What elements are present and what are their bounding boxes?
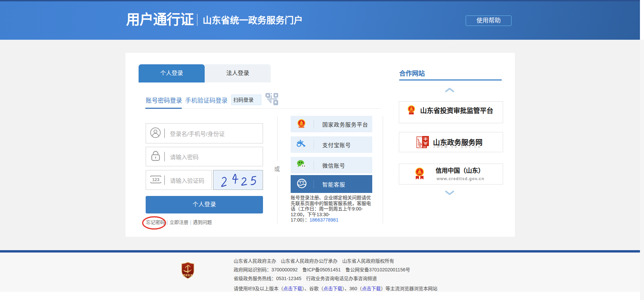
svg-text:党政机关: 党政机关	[183, 274, 193, 277]
svg-text:123: 123	[152, 177, 159, 182]
